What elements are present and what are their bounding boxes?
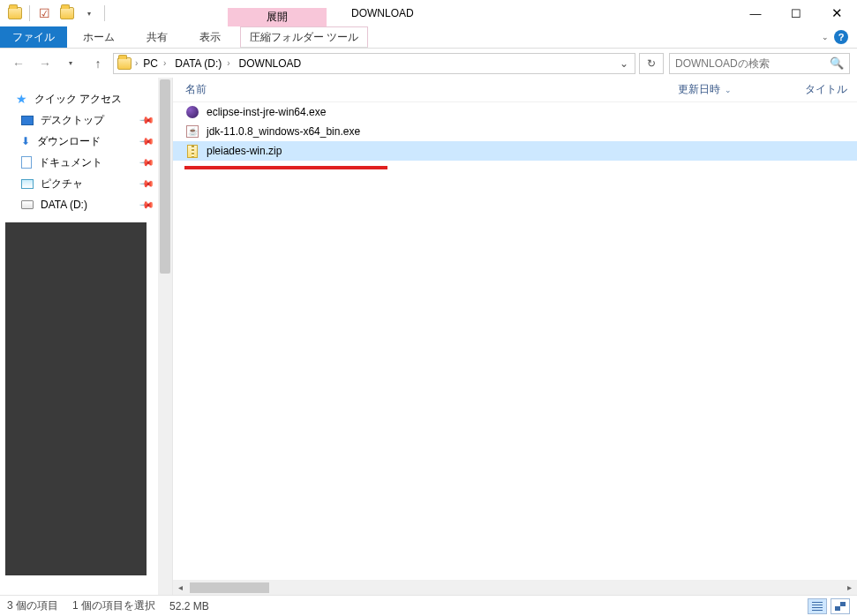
navigation-pane: ★ クイック アクセス デスクトップ 📌 ⬇ ダウンロード 📌 ドキュメント 📌… (0, 78, 173, 595)
java-installer-icon: ☕ (185, 124, 199, 139)
context-tab-label[interactable]: 展開 (228, 8, 327, 26)
breadcrumb-pc[interactable]: PC› (139, 57, 169, 70)
file-list[interactable]: eclipse-inst-jre-win64.exe ☕ jdk-11.0.8_… (173, 102, 857, 580)
status-bar: 3 個の項目 1 個の項目を選択 52.2 MB (0, 595, 857, 616)
star-icon: ★ (16, 92, 27, 106)
tab-compressed-folder-tools[interactable]: 圧縮フォルダー ツール (240, 26, 368, 48)
status-view-switcher (808, 598, 850, 614)
navigation-bar: ← → ▾ ↑ › PC› DATA (D:)› DOWNLOAD ⌄ ↻ 🔍 (0, 49, 857, 78)
content-horizontal-scrollbar[interactable]: ◂ ▸ (173, 580, 857, 595)
column-label: タイトル (805, 82, 847, 97)
column-header-name[interactable]: 名前 (185, 82, 678, 97)
search-input[interactable] (675, 57, 830, 70)
forward-button[interactable]: → (34, 52, 56, 75)
sidebar-item-label: ドキュメント (39, 155, 102, 170)
file-tab[interactable]: ファイル (0, 26, 67, 48)
file-row[interactable]: eclipse-inst-jre-win64.exe (173, 102, 857, 122)
tab-home[interactable]: ホーム (67, 26, 131, 48)
pin-icon: 📌 (138, 175, 154, 192)
qat-customize-button[interactable]: ▾ (79, 3, 101, 24)
breadcrumb-separator-icon[interactable]: › (135, 58, 138, 68)
up-button[interactable]: ↑ (86, 52, 109, 75)
sidebar-item-desktop[interactable]: デスクトップ 📌 (0, 109, 172, 131)
column-label: 更新日時 (678, 82, 720, 97)
sidebar-item-data-d[interactable]: DATA (D:) 📌 (0, 194, 172, 215)
qat-separator-2 (104, 5, 105, 21)
refresh-button[interactable]: ↻ (639, 53, 664, 74)
sidebar-item-downloads[interactable]: ⬇ ダウンロード 📌 (0, 131, 172, 152)
minimize-button[interactable]: — (735, 0, 776, 26)
breadcrumb-label: DATA (D:) (175, 57, 222, 70)
sidebar-item-documents[interactable]: ドキュメント 📌 (0, 152, 172, 173)
qat-properties-button[interactable]: ☑ (34, 3, 55, 24)
main-area: ★ クイック アクセス デスクトップ 📌 ⬇ ダウンロード 📌 ドキュメント 📌… (0, 78, 857, 595)
sidebar-item-label: デスクトップ (41, 113, 104, 128)
file-name: pleiades-win.zip (207, 145, 282, 157)
address-bar[interactable]: › PC› DATA (D:)› DOWNLOAD ⌄ (113, 53, 635, 74)
sidebar-item-label: ピクチャ (41, 177, 83, 192)
pin-icon: 📌 (138, 154, 154, 170)
pin-icon: 📌 (138, 196, 154, 213)
drive-icon (21, 200, 34, 209)
window-title: DOWNLOAD (351, 7, 414, 19)
title-bar: ☑ ▾ 展開 DOWNLOAD — ☐ ✕ (0, 0, 857, 26)
search-box[interactable]: 🔍 (669, 53, 850, 74)
file-row[interactable]: ☕ jdk-11.0.8_windows-x64_bin.exe (173, 122, 857, 141)
zip-icon (185, 144, 199, 158)
qat-separator (29, 5, 30, 21)
sidebar-item-label: ダウンロード (37, 134, 101, 149)
address-dropdown-button[interactable]: ⌄ (615, 57, 633, 70)
status-selection-size: 52.2 MB (169, 600, 209, 612)
pin-icon: 📌 (138, 132, 154, 149)
back-button[interactable]: ← (7, 52, 30, 75)
view-large-icons-button[interactable] (831, 598, 850, 614)
scroll-left-button[interactable]: ◂ (173, 582, 188, 592)
sidebar-item-pictures[interactable]: ピクチャ 📌 (0, 173, 172, 194)
view-details-button[interactable] (808, 598, 827, 614)
column-header-title[interactable]: タイトル (805, 82, 847, 97)
breadcrumb-label: PC (143, 57, 158, 70)
column-headers: 名前 更新日時⌄ タイトル (173, 78, 857, 102)
download-icon: ⬇ (21, 135, 30, 147)
file-row-selected[interactable]: pleiades-win.zip (173, 141, 857, 161)
chevron-right-icon[interactable]: › (227, 58, 229, 68)
pin-icon: 📌 (138, 111, 154, 128)
file-name: jdk-11.0.8_windows-x64_bin.exe (207, 125, 360, 138)
address-folder-icon[interactable] (116, 55, 133, 72)
sidebar-item-label: クイック アクセス (34, 92, 122, 107)
sidebar-scrollbar[interactable] (158, 78, 172, 595)
quick-access-toolbar: ☑ ▾ (0, 0, 111, 26)
column-header-date[interactable]: 更新日時⌄ (678, 82, 805, 97)
sort-caret-icon: ⌄ (725, 86, 732, 94)
tab-view[interactable]: 表示 (184, 26, 237, 48)
column-label: 名前 (185, 82, 207, 97)
ribbon-tabs: ファイル ホーム 共有 表示 圧縮フォルダー ツール ⌄ ? (0, 26, 857, 49)
redacted-area (5, 222, 147, 575)
help-icon[interactable]: ? (834, 30, 848, 44)
sidebar-item-label: DATA (D:) (41, 199, 87, 211)
breadcrumb-data-d[interactable]: DATA (D:)› (171, 57, 233, 70)
breadcrumb-download[interactable]: DOWNLOAD (236, 57, 305, 70)
document-icon (21, 156, 32, 169)
exe-icon (185, 105, 199, 119)
ribbon-expand-caret-icon[interactable]: ⌄ (822, 33, 829, 41)
maximize-button[interactable]: ☐ (776, 0, 816, 26)
sidebar-quick-access[interactable]: ★ クイック アクセス (0, 88, 172, 109)
context-tab-extract: 展開 (228, 0, 327, 26)
tab-share[interactable]: 共有 (131, 26, 184, 48)
annotation-underline (184, 166, 387, 169)
close-button[interactable]: ✕ (816, 0, 857, 26)
window-controls: — ☐ ✕ (735, 0, 857, 26)
status-item-count: 3 個の項目 (7, 598, 58, 613)
picture-icon (21, 179, 34, 189)
app-folder-icon[interactable] (4, 3, 26, 24)
file-name: eclipse-inst-jre-win64.exe (207, 106, 326, 118)
content-pane: 名前 更新日時⌄ タイトル eclipse-inst-jre-win64.exe… (173, 78, 857, 595)
chevron-right-icon[interactable]: › (163, 58, 166, 68)
qat-new-folder-button[interactable] (56, 3, 78, 24)
scrollbar-thumb[interactable] (190, 582, 269, 593)
search-icon[interactable]: 🔍 (830, 56, 844, 70)
scrollbar-thumb[interactable] (160, 79, 170, 274)
recent-locations-button[interactable]: ▾ (60, 52, 83, 75)
scroll-right-button[interactable]: ▸ (842, 582, 857, 592)
